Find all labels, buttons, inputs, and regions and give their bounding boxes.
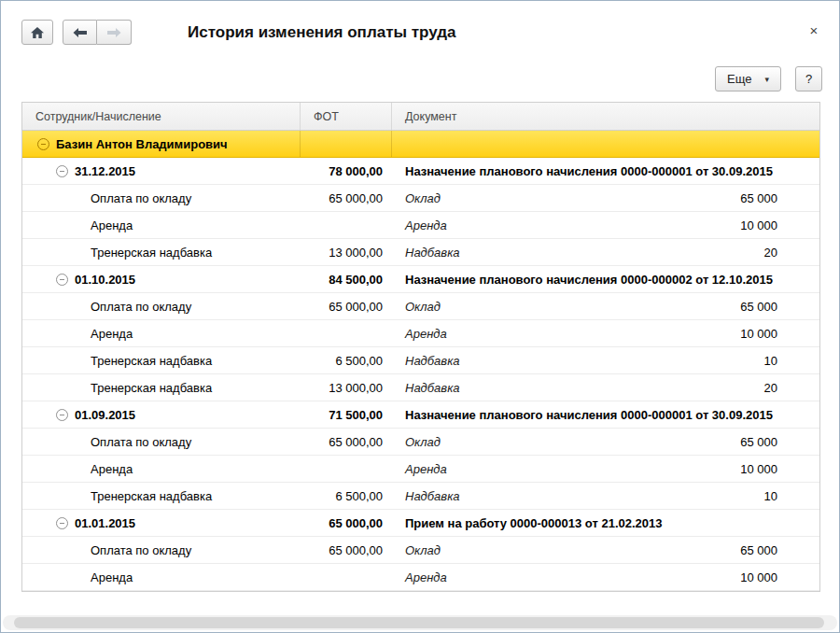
document-cell: Аренда10 000 [392, 456, 819, 482]
collapse-toggle-icon[interactable] [56, 409, 68, 421]
document-cell [392, 131, 819, 157]
fot-cell: 65 000,00 [301, 510, 392, 536]
history-window: История изменения оплаты труда × Еще ▾ ?… [0, 0, 840, 633]
fot-cell: 65 000,00 [301, 429, 392, 455]
indicator-value: 10 000 [740, 462, 777, 476]
accrual-row[interactable]: Тренерская надбавка13 000,00Надбавка20 [22, 239, 819, 266]
fot-cell: 84 500,00 [301, 266, 392, 292]
indicator-label: Надбавка [405, 381, 460, 395]
document-cell: Оклад65 000 [392, 429, 819, 455]
employee-row[interactable]: Базин Антон Владимирович [22, 131, 819, 158]
indicator-label: Оклад [405, 435, 441, 449]
nav-buttons [63, 20, 132, 45]
accrual-name-cell: Аренда [22, 564, 301, 590]
document-cell: Оклад65 000 [392, 293, 819, 319]
indicator-value: 65 000 [740, 300, 777, 314]
indicator-label: Аренда [405, 462, 447, 476]
close-button[interactable]: × [804, 20, 824, 40]
accrual-name-cell: Аренда [22, 456, 301, 482]
fot-cell [301, 212, 392, 238]
forward-arrow-icon [105, 27, 122, 38]
document-cell: Надбавка10 [392, 347, 819, 373]
accrual-row[interactable]: Тренерская надбавка6 500,00Надбавка10 [22, 347, 819, 374]
indicator-value: 10 000 [740, 327, 777, 341]
accrual-row[interactable]: АрендаАренда10 000 [22, 456, 819, 483]
accrual-row[interactable]: Оплата по окладу65 000,00Оклад65 000 [22, 293, 819, 320]
chevron-down-icon: ▾ [764, 75, 769, 84]
collapse-toggle-icon[interactable] [56, 165, 68, 177]
help-button[interactable]: ? [795, 66, 822, 91]
column-header-employee[interactable]: Сотрудник/Начисление [22, 103, 301, 130]
period-row[interactable]: 31.12.201578 000,00Назначение планового … [22, 158, 819, 185]
accrual-name-cell: Оплата по окладу [22, 429, 301, 455]
forward-button[interactable] [97, 20, 132, 45]
accrual-name-cell: Оплата по окладу [22, 293, 301, 319]
document-cell: Назначение планового начисления 0000-000… [392, 266, 819, 292]
indicator-label: Оклад [405, 543, 441, 557]
document-cell: Аренда10 000 [392, 212, 819, 238]
indicator-value: 10 [764, 489, 777, 503]
period-row[interactable]: 01.10.201584 500,00Назначение планового … [22, 266, 819, 293]
document-cell: Надбавка20 [392, 239, 819, 265]
period-row[interactable]: 01.01.201565 000,00Прием на работу 0000-… [22, 510, 819, 537]
fot-cell [301, 564, 392, 590]
period-row[interactable]: 01.09.201571 500,00Назначение планового … [22, 401, 819, 429]
period-date-cell: 01.01.2015 [22, 510, 301, 536]
accrual-name-cell: Тренерская надбавка [22, 374, 301, 401]
accrual-row[interactable]: Тренерская надбавка6 500,00Надбавка10 [22, 483, 819, 510]
document-cell: Назначение планового начисления 0000-000… [392, 401, 819, 428]
page-title: История изменения оплаты труда [188, 23, 455, 42]
fot-cell: 6 500,00 [301, 483, 392, 509]
indicator-value: 65 000 [740, 435, 777, 449]
collapse-toggle-icon[interactable] [56, 517, 68, 529]
accrual-name-cell: Тренерская надбавка [22, 483, 301, 509]
more-button-label: Еще [727, 72, 751, 86]
fot-cell: 65 000,00 [301, 293, 392, 319]
fot-cell [301, 456, 392, 482]
accrual-row[interactable]: АрендаАренда10 000 [22, 564, 819, 591]
accrual-name-cell: Аренда [22, 212, 301, 238]
accrual-row[interactable]: АрендаАренда10 000 [22, 212, 819, 239]
document-cell: Надбавка10 [392, 483, 819, 509]
home-button[interactable] [21, 20, 53, 45]
home-icon [30, 26, 45, 39]
accrual-name-cell: Тренерская надбавка [22, 239, 301, 265]
fot-cell: 13 000,00 [301, 374, 392, 401]
table-header-row: Сотрудник/Начисление ФОТ Документ [22, 103, 819, 131]
more-button[interactable]: Еще ▾ [715, 66, 781, 91]
column-header-fot[interactable]: ФОТ [301, 103, 392, 130]
employee-name: Базин Антон Владимирович [56, 137, 228, 151]
horizontal-scrollbar[interactable] [3, 615, 837, 630]
document-cell: Надбавка20 [392, 374, 819, 401]
indicator-value: 10 [764, 354, 777, 368]
document-cell: Прием на работу 0000-000013 от 21.02.201… [392, 510, 819, 536]
fot-cell [301, 320, 392, 346]
indicator-label: Надбавка [405, 354, 460, 368]
accrual-name-cell: Оплата по окладу [22, 185, 301, 211]
indicator-value: 65 000 [740, 191, 777, 205]
accrual-row[interactable]: АрендаАренда10 000 [22, 320, 819, 347]
accrual-row[interactable]: Оплата по окладу65 000,00Оклад65 000 [22, 537, 819, 564]
period-date: 01.10.2015 [75, 273, 135, 287]
accrual-row[interactable]: Тренерская надбавка13 000,00Надбавка20 [22, 374, 819, 401]
back-button[interactable] [63, 20, 97, 45]
hscroll-thumb[interactable] [14, 617, 824, 628]
accrual-row[interactable]: Оплата по окладу65 000,00Оклад65 000 [22, 429, 819, 456]
table-body: Базин Антон Владимирович 31.12.201578 00… [22, 131, 819, 591]
collapse-toggle-icon[interactable] [37, 138, 49, 150]
document-cell: Оклад65 000 [392, 185, 819, 211]
accrual-row[interactable]: Оплата по окладу65 000,00Оклад65 000 [22, 185, 819, 212]
indicator-value: 65 000 [740, 543, 777, 557]
fot-cell: 65 000,00 [301, 537, 392, 563]
collapse-toggle-icon[interactable] [56, 274, 68, 286]
accrual-name-cell: Тренерская надбавка [22, 347, 301, 373]
period-date-cell: 01.10.2015 [22, 266, 301, 292]
indicator-value: 10 000 [740, 218, 777, 232]
indicator-value: 10 000 [740, 570, 777, 584]
fot-cell: 13 000,00 [301, 239, 392, 265]
indicator-label: Аренда [405, 218, 447, 232]
period-date: 01.01.2015 [75, 516, 135, 530]
column-header-document[interactable]: Документ [392, 103, 819, 130]
accrual-name-cell: Аренда [22, 320, 301, 346]
back-arrow-icon [72, 27, 89, 38]
